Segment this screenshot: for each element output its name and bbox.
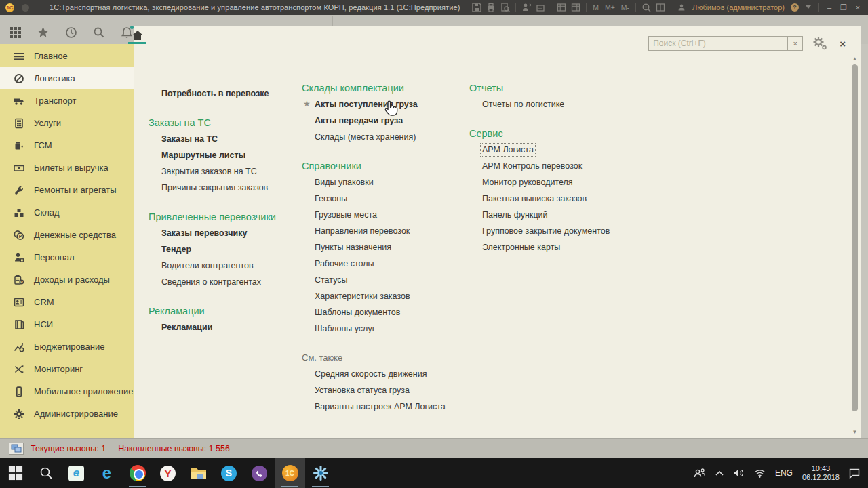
menu-item[interactable]: Шаблоны услуг xyxy=(302,321,467,337)
sidebar-item-coins[interactable]: PДенежные средства xyxy=(0,224,134,246)
save-icon[interactable] xyxy=(472,3,481,12)
taskbar-skype-app[interactable]: S xyxy=(214,458,244,488)
chevron-down-icon[interactable] xyxy=(804,3,813,12)
taskbar-start-button[interactable] xyxy=(0,458,31,488)
menu-item[interactable]: Закрытия заказов на ТС xyxy=(149,163,295,180)
menu-item[interactable]: Электронные карты xyxy=(469,239,639,256)
taskbar-snowflake-app-app[interactable] xyxy=(305,458,336,488)
clock[interactable]: 10:43 06.12.2018 xyxy=(802,464,840,482)
split-window-icon[interactable] xyxy=(656,3,665,12)
taskbar-search-button[interactable] xyxy=(31,458,61,488)
sidebar-item-contact-card[interactable]: CRM xyxy=(0,291,134,313)
sidebar-item-monitoring[interactable]: Мониторинг xyxy=(0,358,134,380)
menu-item[interactable]: Средняя скорость движения xyxy=(302,366,467,382)
search-icon[interactable] xyxy=(93,26,106,39)
search-input[interactable] xyxy=(648,36,788,51)
panel-scrollbar[interactable]: ▲ ▼ xyxy=(851,55,859,436)
sidebar-item-gear[interactable]: Администрирование xyxy=(0,403,134,425)
sidebar-item-pallet[interactable]: Склад xyxy=(0,201,134,224)
menu-item[interactable]: Сведения о контрагентах xyxy=(149,274,295,290)
menu-item[interactable]: АРМ Логиста xyxy=(469,142,639,158)
wifi-icon[interactable] xyxy=(754,469,766,478)
zoom-in-icon[interactable] xyxy=(642,3,651,12)
menu-item[interactable]: Заказы на ТС xyxy=(149,131,295,147)
taskbar-onec-app[interactable]: 1С xyxy=(275,458,305,488)
menu-item[interactable]: Характеристики заказов xyxy=(302,288,467,304)
menu-item[interactable]: Отчеты по логистике xyxy=(469,96,639,113)
help-icon[interactable]: ? xyxy=(791,3,799,12)
taskbar-edge-app[interactable]: e xyxy=(92,458,122,488)
settings-gear-icon[interactable] xyxy=(812,37,827,50)
sidebar-item-truck[interactable]: Транспорт xyxy=(0,89,134,112)
sidebar-item-ticket[interactable]: Билеты и выручка xyxy=(0,157,134,179)
search-clear-button[interactable]: × xyxy=(788,36,803,51)
table-settings-icon[interactable] xyxy=(571,3,580,12)
taskbar-ie-app[interactable]: e xyxy=(61,458,92,488)
menu-item[interactable]: Геозоны xyxy=(302,190,467,207)
sidebar-item-compass[interactable]: Логистика xyxy=(0,67,134,89)
maximize-button[interactable]: ❒ xyxy=(839,3,848,12)
scroll-up-icon[interactable]: ▲ xyxy=(851,55,859,62)
minimize-button[interactable]: – xyxy=(825,3,834,12)
taskbar-chrome-app[interactable] xyxy=(122,458,153,488)
close-panel-button[interactable]: × xyxy=(840,39,846,49)
menu-item[interactable]: Статусы xyxy=(302,272,467,288)
chevron-up-icon[interactable] xyxy=(715,470,724,476)
titlebar-menu-button[interactable] xyxy=(22,4,29,12)
menu-item[interactable]: Маршрутные листы xyxy=(149,147,295,163)
menu-item[interactable]: Пункты назначения xyxy=(302,239,467,256)
menu-item[interactable]: Водители контрагентов xyxy=(149,258,295,274)
menu-item[interactable]: Панель функций xyxy=(469,207,639,223)
menu-item[interactable]: Рекламации xyxy=(149,319,295,336)
menu-item[interactable]: Виды упаковки xyxy=(302,174,467,190)
tab-home[interactable] xyxy=(128,26,146,43)
sidebar-item-person[interactable]: Персонал xyxy=(0,246,134,268)
sidebar-item-calculator[interactable]: Услуги xyxy=(0,112,134,134)
volume-icon[interactable] xyxy=(733,468,745,478)
table-icon[interactable] xyxy=(557,3,566,12)
taskbar-yandex-app[interactable]: Y xyxy=(153,458,183,488)
menu-item[interactable]: Причины закрытия заказов xyxy=(149,180,295,196)
favorite-star-icon[interactable]: ★ xyxy=(303,99,311,108)
print-icon[interactable] xyxy=(486,3,496,12)
sidebar-item-books[interactable]: НСИ xyxy=(0,313,134,336)
sidebar-item-mobile-phone[interactable]: Мобильное приложение xyxy=(0,380,134,403)
action-center-icon[interactable] xyxy=(849,468,860,479)
taskbar-viber-app[interactable] xyxy=(244,458,275,488)
menu-item[interactable]: Установка статуса груза xyxy=(302,382,467,399)
menu-item[interactable]: Потребность в перевозке xyxy=(149,85,295,102)
fax-icon[interactable] xyxy=(536,3,545,12)
language-indicator[interactable]: ENG xyxy=(775,468,793,478)
menu-item[interactable]: Монитор руководителя xyxy=(469,174,639,190)
memory-button-m[interactable]: M xyxy=(592,3,599,12)
scrollbar-thumb[interactable] xyxy=(852,64,858,411)
sidebar-item-ledger[interactable]: PДоходы и расходы xyxy=(0,268,134,291)
menu-item[interactable]: Грузовые места xyxy=(302,207,467,223)
menu-item[interactable]: ★Акты поступления груза xyxy=(302,96,467,113)
favorites-star-icon[interactable] xyxy=(37,26,50,39)
sidebar-item-menu[interactable]: Главное xyxy=(0,45,134,67)
menu-item[interactable]: Рабочие столы xyxy=(302,256,467,272)
close-window-button[interactable]: × xyxy=(853,3,863,12)
print-preview-icon[interactable] xyxy=(500,3,510,12)
current-user-label[interactable]: Любимов (администратор) xyxy=(692,3,785,12)
memory-button-mminus[interactable]: M- xyxy=(620,3,630,12)
sidebar-item-budget-chart[interactable]: Бюджетирование xyxy=(0,336,134,358)
menu-item[interactable]: Заказы перевозчику xyxy=(149,225,295,241)
menu-item[interactable]: Акты передачи груза xyxy=(302,113,467,129)
menu-item[interactable]: Склады (места хранения) xyxy=(302,129,467,145)
send-icon[interactable] xyxy=(521,3,531,12)
menu-item[interactable]: Групповое закрытие документов xyxy=(469,223,639,239)
people-icon[interactable] xyxy=(694,468,706,479)
history-icon[interactable] xyxy=(64,26,77,39)
taskbar-explorer-app[interactable] xyxy=(183,458,214,488)
menu-item[interactable]: Варианты настроек АРМ Логиста xyxy=(302,399,467,415)
menu-item[interactable]: Направления перевозок xyxy=(302,223,467,239)
menu-item[interactable]: Тендер xyxy=(149,241,295,258)
menu-item[interactable]: АРМ Контроль перевозок xyxy=(469,158,639,174)
sidebar-item-fuel[interactable]: ГСМ xyxy=(0,134,134,157)
sidebar-item-wrench[interactable]: Ремонты и агрегаты xyxy=(0,179,134,201)
scroll-down-icon[interactable]: ▼ xyxy=(851,428,859,436)
menu-item[interactable]: Пакетная выписка заказов xyxy=(469,190,639,207)
memory-button-mplus[interactable]: M+ xyxy=(604,3,616,12)
